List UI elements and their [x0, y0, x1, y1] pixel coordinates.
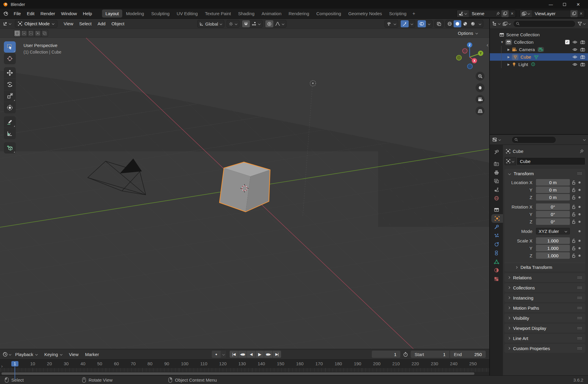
sidebar-collapse-icon[interactable]: ‹ [487, 42, 488, 48]
lock-icon[interactable] [570, 246, 578, 250]
viewport-menu-item[interactable]: Select [76, 20, 94, 27]
auto-keying-dropdown[interactable] [221, 351, 226, 358]
tab-modifiers[interactable] [490, 223, 503, 231]
value-field[interactable]: 1.000 [536, 237, 570, 244]
menu-item[interactable]: Edit [24, 10, 37, 17]
drag-handle-icon[interactable] [577, 172, 582, 175]
add-workspace-button[interactable]: + [410, 10, 418, 18]
animate-dot[interactable] [578, 255, 581, 257]
viewport-canvas[interactable]: User Perspective (1) Collection | Cube Z… [0, 38, 489, 349]
lock-icon[interactable] [570, 253, 578, 258]
workspace-tab[interactable]: Modeling [123, 10, 148, 18]
tab-object-data[interactable] [490, 257, 503, 266]
pan-button[interactable] [476, 83, 484, 92]
tab-view-layer[interactable] [490, 177, 503, 185]
workspace-tab[interactable]: Compositing [313, 10, 344, 18]
blender-menu-icon[interactable] [3, 11, 9, 16]
menu-item[interactable]: File [11, 10, 24, 17]
auto-keying-toggle[interactable]: ● [212, 351, 221, 358]
new-viewlayer-button[interactable] [570, 10, 578, 17]
snap-with-dropdown[interactable] [250, 20, 262, 27]
workspace-tab[interactable]: Texture Paint [202, 10, 234, 18]
timeline-scrollbar[interactable] [0, 372, 489, 375]
tab-render[interactable] [490, 159, 503, 168]
properties-search-input[interactable] [520, 137, 553, 142]
play-button[interactable]: ▶ [255, 351, 264, 358]
properties-panel-header[interactable]: Viewport Display [504, 324, 585, 333]
value-field[interactable]: 0° [536, 203, 570, 210]
tab-particles[interactable] [490, 231, 503, 240]
transform-panel-header[interactable]: Transform [504, 169, 585, 178]
value-field[interactable]: 0° [536, 211, 570, 217]
close-button[interactable]: × [571, 0, 585, 9]
lock-icon[interactable] [570, 195, 578, 200]
animate-dot[interactable] [578, 230, 581, 232]
disclosure-closed-icon[interactable]: ▶ [505, 63, 512, 66]
lock-icon[interactable] [570, 239, 578, 243]
tool-annotate[interactable] [4, 116, 16, 128]
keying-menu[interactable]: Keying [42, 351, 65, 358]
scene-browse-button[interactable] [457, 10, 469, 17]
tool-scale[interactable] [4, 90, 16, 102]
viewlayer-browse-button[interactable] [520, 10, 532, 17]
outliner-row-light[interactable]: ▶ Light [490, 61, 588, 68]
tab-constraints[interactable] [490, 249, 503, 257]
animate-dot[interactable] [578, 221, 581, 223]
select-mode-intersect[interactable] [42, 30, 48, 36]
render-camera-toggle[interactable] [580, 40, 585, 44]
drag-handle-icon[interactable] [577, 307, 582, 309]
end-frame-field[interactable]: End250 [450, 351, 486, 358]
viewport-menu-item[interactable]: Object [109, 20, 127, 27]
workspace-tab[interactable]: Layout [102, 10, 122, 18]
lock-icon[interactable] [570, 188, 578, 192]
disclosure-closed-icon[interactable]: ▶ [505, 48, 512, 51]
hide-eye-toggle[interactable] [572, 40, 578, 44]
prev-keyframe-button[interactable]: ◀◆ [238, 351, 247, 358]
tab-scene[interactable] [490, 185, 503, 194]
properties-panel-header[interactable]: Line Art [504, 334, 585, 343]
timeline-ruler[interactable]: 1102030405060708090100110120130140150160… [0, 359, 489, 368]
outliner-search[interactable] [513, 20, 576, 27]
tab-collection[interactable] [490, 206, 503, 214]
value-field[interactable]: 0 m [536, 186, 570, 193]
tab-material[interactable] [490, 266, 503, 275]
drag-handle-icon[interactable] [577, 347, 582, 350]
lock-icon[interactable] [570, 180, 578, 185]
value-field[interactable]: 0 m [536, 179, 570, 186]
properties-panel-header[interactable]: Delta Transform [504, 263, 585, 272]
disclosure-closed-icon[interactable]: ▶ [505, 55, 512, 59]
tool-move[interactable] [4, 67, 16, 79]
tab-physics[interactable] [490, 240, 503, 249]
viewport-menu-item[interactable]: View [61, 20, 76, 27]
show-overlays-toggle[interactable] [418, 20, 426, 27]
drag-handle-icon[interactable] [577, 317, 582, 319]
tool-add-cube[interactable] [4, 142, 16, 153]
remove-viewlayer-button[interactable]: × [578, 10, 585, 17]
outliner-editor-type-button[interactable] [492, 21, 501, 26]
drag-handle-icon[interactable] [577, 327, 582, 330]
tool-transform[interactable] [4, 102, 16, 113]
show-gizmo-toggle[interactable] [401, 20, 409, 27]
properties-editor-type-button[interactable] [492, 137, 501, 142]
pin-icon[interactable] [580, 149, 584, 153]
value-field[interactable]: 0 m [536, 194, 570, 200]
timeline-view-menu[interactable]: View [66, 351, 81, 358]
outliner-row-scene-collection[interactable]: Scene Collection [490, 31, 588, 38]
scene-name[interactable]: Scene [469, 11, 494, 16]
minimize-button[interactable]: — [544, 0, 558, 9]
animate-dot[interactable] [578, 247, 581, 249]
properties-search[interactable] [512, 136, 556, 143]
drag-handle-icon[interactable] [577, 297, 582, 299]
timeline-expander-icon[interactable]: › [1, 363, 3, 369]
render-camera-toggle[interactable] [580, 48, 585, 51]
shading-wireframe-button[interactable] [446, 20, 454, 27]
jump-to-start-button[interactable]: |◀ [230, 351, 238, 358]
jump-to-end-button[interactable]: ▶| [273, 351, 281, 358]
tab-tool[interactable] [490, 148, 503, 156]
outliner-display-mode-button[interactable] [503, 22, 511, 26]
shading-rendered-button[interactable] [469, 20, 477, 27]
scrollbar-thumb[interactable] [1, 372, 474, 375]
rotation-mode-dropdown[interactable]: XYZ Euler [536, 228, 570, 234]
maximize-button[interactable] [558, 0, 571, 9]
workspace-tab[interactable]: Animation [258, 10, 285, 18]
